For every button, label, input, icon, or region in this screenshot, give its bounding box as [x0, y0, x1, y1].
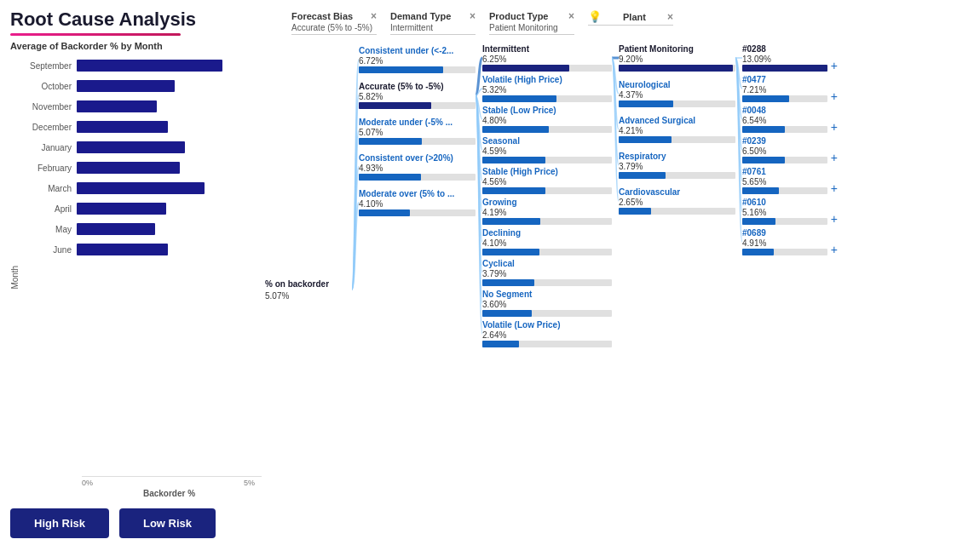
node-bar	[742, 187, 779, 194]
node-content: #06105.16%	[742, 198, 827, 225]
node-bar	[482, 157, 545, 164]
node-bar-wrap	[482, 157, 612, 164]
bar-container	[77, 60, 255, 72]
node-value: 4.93%	[359, 164, 476, 173]
sku-value: 5.65%	[742, 177, 827, 186]
sku-label: #0761	[742, 167, 827, 177]
node-bar-wrap	[742, 65, 827, 72]
node-value: 4.10%	[482, 238, 612, 248]
node-root: % on backorder 5.07%	[265, 279, 352, 301]
node-label: Seasonal	[482, 136, 612, 146]
expand-button[interactable]: +	[831, 60, 838, 72]
node-label: Cyclical	[482, 259, 612, 269]
node-content: #06894.91%	[742, 228, 827, 255]
node-value: 4.21%	[619, 126, 735, 135]
expand-button[interactable]: +	[831, 121, 838, 133]
sankey-col-2: Intermittent6.25%Volatile (High Price)5.…	[479, 41, 615, 538]
node-bar-wrap	[482, 126, 612, 133]
expand-button[interactable]: +	[831, 244, 838, 255]
node-bar	[482, 218, 540, 225]
node-bar	[359, 209, 410, 216]
node-label: Patient Monitoring	[619, 44, 735, 54]
node-root-label: % on backorder	[265, 279, 352, 290]
node-bar	[619, 65, 733, 72]
node-content: Seasonal4.59%	[482, 136, 612, 164]
bar	[77, 223, 155, 235]
node-bar-wrap	[482, 310, 612, 317]
node-item: #04777.21%+	[742, 75, 838, 102]
filter-demand-type: Demand Type × Intermittent	[390, 10, 476, 35]
node-bar-wrap	[482, 187, 612, 194]
expand-button[interactable]: +	[831, 213, 838, 225]
node-content: Respiratory3.79%	[619, 152, 735, 179]
axis-ticks: 0% 5%	[82, 479, 262, 487]
bar-container	[77, 203, 255, 215]
node-value: 3.79%	[482, 269, 612, 278]
node-content: Stable (High Price)4.56%	[482, 167, 612, 194]
node-content: Cardiovascular2.65%	[619, 187, 735, 215]
sku-label: #0288	[742, 44, 827, 54]
node-bar-wrap	[619, 136, 735, 143]
node-bar-wrap	[359, 102, 476, 109]
node-content: Moderate under (-5% ...5.07%	[359, 118, 476, 145]
node-value: 4.19%	[482, 208, 612, 217]
filter-forecast-bias-close[interactable]: ×	[371, 10, 377, 22]
node-value: 9.20%	[619, 54, 735, 64]
main-content: Average of Backorder % by Month Month Se…	[10, 41, 970, 538]
buttons-row: High Risk Low Risk	[10, 505, 262, 538]
expand-button[interactable]: +	[831, 152, 838, 164]
chart-axis: 0% 5%	[82, 476, 262, 487]
sankey-col-3: Patient Monitoring9.20%Neurological4.37%…	[615, 41, 739, 538]
node-bar-wrap	[742, 218, 827, 225]
node-label: Intermittent	[482, 44, 612, 54]
node-value: 3.60%	[482, 300, 612, 309]
node-item: #06894.91%+	[742, 228, 838, 255]
bar-row: April	[21, 199, 255, 218]
node-item: Consistent under (<-2...6.72%	[359, 46, 476, 73]
node-bar	[482, 310, 532, 317]
node-bar-wrap	[482, 249, 612, 255]
node-label: Growing	[482, 198, 612, 208]
node-value: 5.07%	[359, 128, 476, 137]
filter-plant-close[interactable]: ×	[667, 11, 673, 23]
node-bar-wrap	[619, 208, 735, 215]
node-bar-wrap	[482, 341, 612, 347]
node-content: Stable (Low Price)4.80%	[482, 106, 612, 133]
expand-button[interactable]: +	[831, 90, 838, 102]
filter-forecast-bias-label: Forecast Bias	[291, 11, 353, 21]
left-panel: Average of Backorder % by Month Month Se…	[10, 41, 262, 538]
node-item: Cardiovascular2.65%	[619, 187, 735, 215]
node-content: #02396.50%	[742, 136, 827, 164]
expand-button[interactable]: +	[831, 182, 838, 194]
node-bar-wrap	[359, 138, 476, 145]
node-item: Declining4.10%	[482, 228, 612, 255]
sku-label: #0239	[742, 136, 827, 146]
bar	[77, 203, 166, 215]
month-label: February	[21, 164, 77, 173]
node-value: 2.64%	[482, 330, 612, 340]
filter-plant-label: Plant	[623, 12, 646, 22]
node-item: Advanced Surgical4.21%	[619, 116, 735, 143]
month-label: November	[21, 102, 77, 112]
node-bar-wrap	[359, 209, 476, 216]
node-bar	[359, 174, 421, 181]
node-label: Moderate under (-5% ...	[359, 118, 476, 128]
month-label: October	[21, 82, 77, 91]
high-risk-button[interactable]: High Risk	[10, 508, 109, 538]
node-value: 4.56%	[482, 177, 612, 186]
node-item: Patient Monitoring9.20%	[619, 44, 735, 72]
node-item: #00486.54%+	[742, 106, 838, 133]
bar-row: December	[21, 118, 255, 136]
sankey-col-root: % on backorder 5.07%	[262, 41, 355, 538]
bar-row: September	[21, 56, 255, 75]
node-bar	[619, 208, 651, 215]
axis-tick-0: 0%	[82, 479, 93, 487]
filter-product-type-close[interactable]: ×	[568, 10, 574, 22]
node-item: Accurate (5% to -5%)5.82%	[359, 82, 476, 109]
filter-demand-type-close[interactable]: ×	[470, 10, 476, 22]
node-content: Consistent under (<-2...6.72%	[359, 46, 476, 73]
low-risk-button[interactable]: Low Risk	[119, 508, 216, 538]
node-item: Consistent over (>20%)4.93%	[359, 153, 476, 181]
bar-row: November	[21, 97, 255, 116]
node-label: No Segment	[482, 290, 612, 300]
